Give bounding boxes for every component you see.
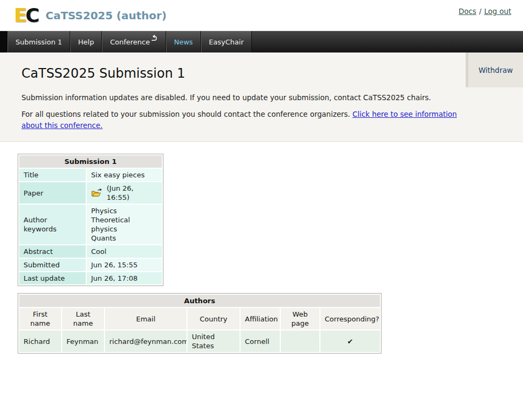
author-web-page <box>281 331 319 352</box>
nav-item-label: Help <box>78 38 94 46</box>
table-row-keywords: Author keywords Physics Theoretical phys… <box>19 205 162 244</box>
col-country: Country <box>188 308 240 329</box>
submission-table-title: Submission 1 <box>19 155 162 168</box>
submission-table: Submission 1 Title Six easy pieces Paper <box>18 154 163 286</box>
update-disabled-notice: Submission information updates are disab… <box>21 81 464 103</box>
links-separator: / <box>479 7 482 16</box>
docs-link[interactable]: Docs <box>459 7 476 16</box>
withdraw-button[interactable]: Withdraw <box>466 52 523 87</box>
row-label: Title <box>19 169 86 181</box>
keyword: Physics <box>91 206 158 215</box>
nav-item-label: News <box>174 38 193 46</box>
row-label: Abstract <box>19 245 86 258</box>
table-row-title: Title Six easy pieces <box>19 169 162 181</box>
app-header: EC CaTSS2025 (author) Docs/Log out <box>0 0 523 31</box>
withdraw-label: Withdraw <box>479 66 513 74</box>
author-affiliation: Cornell <box>241 331 280 352</box>
contact-notice-text: For all questions related to your submis… <box>21 110 353 118</box>
intro-section: Withdraw CaTSS2025 Submission 1 Submissi… <box>0 52 523 142</box>
author-last-name: Feynman <box>62 331 104 352</box>
row-label: Submitted <box>19 259 86 271</box>
author-country: United States <box>188 331 240 352</box>
col-first-name: First name <box>19 308 61 329</box>
col-corresponding: Corresponding? <box>320 308 380 329</box>
authors-table: Authors First name Last name Email Count… <box>18 293 382 354</box>
keyword: Theoretical physics <box>91 215 158 234</box>
nav-item-submission-1[interactable]: Submission 1 <box>8 31 70 52</box>
logo-letter-e: E <box>14 6 26 25</box>
table-row-last-update: Last update Jun 26, 17:08 <box>19 272 162 284</box>
corresponding-checkmark: ✔ <box>320 331 380 352</box>
submitted-value: Jun 26, 15:55 <box>87 259 162 271</box>
row-label: Last update <box>19 272 86 284</box>
author-first-name: Richard <box>19 331 61 352</box>
table-row-paper: Paper (Jun 26, 16:55) <box>19 182 162 204</box>
nav-item-conference[interactable]: Conference <box>102 31 166 52</box>
nav-item-label: Conference <box>110 38 150 46</box>
authors-header-row: First name Last name Email Country Affil… <box>19 308 380 329</box>
abstract-value: Cool <box>87 245 162 258</box>
author-email: richard@feynman.com <box>105 331 186 352</box>
nav-item-label: Submission 1 <box>16 38 62 46</box>
main-nav: Submission 1 Help Conference News EasyCh… <box>0 31 523 52</box>
author-row: Richard Feynman richard@feynman.com Unit… <box>19 331 380 352</box>
keyword: Quants <box>91 234 158 243</box>
authors-table-title: Authors <box>19 295 380 307</box>
col-web-page: Web page <box>281 308 319 329</box>
logout-link[interactable]: Log out <box>484 7 511 16</box>
paper-timestamp: (Jun 26, 16:55) <box>107 184 158 202</box>
col-email: Email <box>105 308 186 329</box>
row-label: Paper <box>19 182 86 204</box>
submission-title-value: Six easy pieces <box>87 169 162 181</box>
nav-item-news[interactable]: News <box>166 31 201 52</box>
nav-item-help[interactable]: Help <box>70 31 102 52</box>
nav-item-easychair[interactable]: EasyChair <box>201 31 252 52</box>
nav-item-label: EasyChair <box>209 38 244 46</box>
page-title: CaTSS2025 Submission 1 <box>21 52 464 81</box>
logo-letter-c: C <box>26 6 38 25</box>
return-arrow-icon <box>151 35 158 43</box>
contact-notice: For all questions related to your submis… <box>21 103 464 131</box>
main-content: Submission 1 Title Six easy pieces Paper <box>0 142 523 354</box>
folder-open-icon[interactable] <box>91 188 103 198</box>
col-affiliation: Affiliation <box>241 308 280 329</box>
col-last-name: Last name <box>62 308 104 329</box>
last-update-value: Jun 26, 17:08 <box>87 272 162 284</box>
header-links: Docs/Log out <box>459 7 511 16</box>
table-row-submitted: Submitted Jun 26, 15:55 <box>19 259 162 271</box>
role-title: CaTSS2025 (author) <box>46 9 167 22</box>
row-label: Author keywords <box>19 205 86 244</box>
table-row-abstract: Abstract Cool <box>19 245 162 258</box>
easychair-logo: EC <box>14 6 38 25</box>
